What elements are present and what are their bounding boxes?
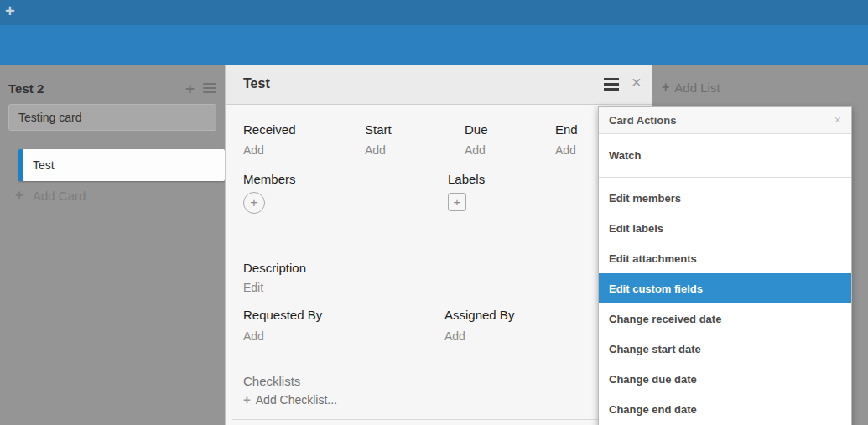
members-label: Members <box>243 172 296 186</box>
requested-by-add-link[interactable]: Add <box>243 329 264 343</box>
card-actions-items: Edit members Edit labels Edit attachment… <box>599 178 851 424</box>
card-actions-title: Card Actions <box>609 114 676 127</box>
menu-item-change-due-date[interactable]: Change due date <box>599 364 851 394</box>
list-add-card-icon[interactable]: + <box>185 80 195 96</box>
card-actions-popup: Card Actions × Watch Edit members Edit l… <box>598 106 852 425</box>
menu-item-edit-custom-fields[interactable]: Edit custom fields <box>599 273 851 303</box>
card-testing-card[interactable]: Testing card <box>8 104 216 131</box>
app-screen: + Test 2 + Testing card Test + Add Card … <box>0 0 868 425</box>
top-navigation-bar: + <box>0 0 868 25</box>
add-card-button[interactable]: + Add Card <box>15 187 86 204</box>
assigned-by-label: Assigned By <box>444 308 514 322</box>
due-label: Due <box>465 122 488 137</box>
plus-icon: + <box>243 392 251 407</box>
close-icon[interactable]: × <box>632 73 642 92</box>
start-add-link[interactable]: Add <box>365 143 386 157</box>
list-header-icons: + <box>185 80 216 96</box>
divider <box>232 419 646 420</box>
add-list-button[interactable]: + Add List <box>662 80 720 95</box>
assigned-by-add-link[interactable]: Add <box>444 329 465 343</box>
card-detail-body: Received Add Start Add Due Add End Add M… <box>226 105 652 424</box>
add-checklist-label: Add Checklist... <box>256 393 337 407</box>
description-label: Description <box>243 261 306 275</box>
menu-item-change-received-date[interactable]: Change received date <box>599 303 851 334</box>
add-member-button[interactable]: + <box>243 192 265 214</box>
add-list-label: Add List <box>674 80 720 95</box>
received-label: Received <box>243 122 296 137</box>
menu-item-watch[interactable]: Watch <box>599 134 851 178</box>
checklists-label: Checklists <box>243 374 300 388</box>
description-edit-link[interactable]: Edit <box>243 281 263 294</box>
plus-icon: + <box>15 187 23 204</box>
menu-item-change-start-date[interactable]: Change start date <box>599 334 851 364</box>
list-header: Test 2 + <box>8 77 216 99</box>
card-detail-panel: Test × Received Add Start Add Due Add En… <box>225 65 652 425</box>
board-header-bar <box>0 25 868 65</box>
list-column: Test 2 + Testing card Test + Add Card <box>8 77 216 131</box>
start-label: Start <box>365 122 392 137</box>
list-title: Test 2 <box>8 81 185 96</box>
menu-item-edit-members[interactable]: Edit members <box>599 183 851 213</box>
due-add-link[interactable]: Add <box>465 143 486 157</box>
add-card-label: Add Card <box>33 189 86 203</box>
card-detail-header: Test × <box>226 65 652 105</box>
end-add-link[interactable]: Add <box>555 143 576 157</box>
list-menu-icon[interactable] <box>203 83 216 93</box>
plus-icon: + <box>662 80 669 95</box>
add-board-icon[interactable]: + <box>5 2 15 21</box>
divider <box>232 355 646 355</box>
card-actions-menu-icon[interactable] <box>604 78 619 91</box>
received-add-link[interactable]: Add <box>243 143 264 157</box>
menu-item-change-end-date[interactable]: Change end date <box>599 394 851 424</box>
board-canvas: Test 2 + Testing card Test + Add Card + … <box>0 65 868 425</box>
card-test-active[interactable]: Test <box>18 149 225 181</box>
card-detail-title: Test <box>243 76 270 91</box>
card-actions-popup-header: Card Actions × <box>599 107 851 134</box>
close-icon[interactable]: × <box>834 113 841 127</box>
end-label: End <box>555 122 578 137</box>
add-label-button[interactable]: + <box>448 193 466 211</box>
labels-label: Labels <box>448 172 485 186</box>
add-checklist-link[interactable]: + Add Checklist... <box>243 392 337 407</box>
menu-item-edit-labels[interactable]: Edit labels <box>599 213 851 243</box>
requested-by-label: Requested By <box>243 308 322 322</box>
menu-item-edit-attachments[interactable]: Edit attachments <box>599 243 851 273</box>
